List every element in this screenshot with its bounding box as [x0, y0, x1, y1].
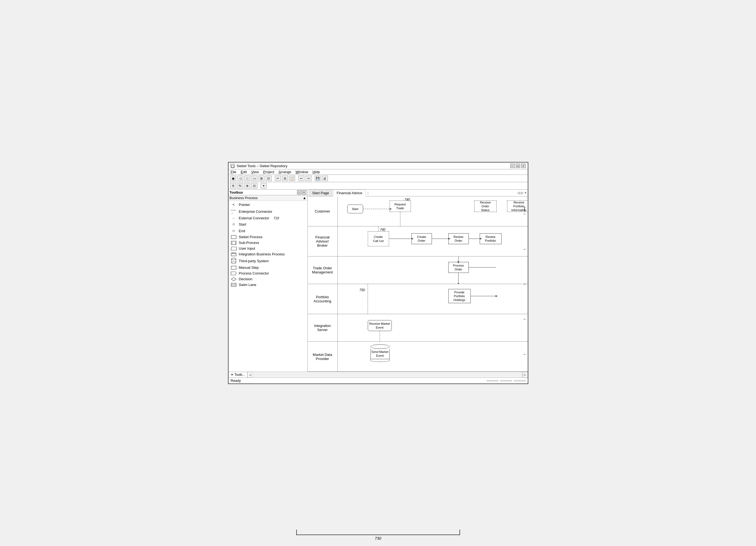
svg-rect-0: [231, 235, 236, 239]
tb-r2-btn[interactable]: %: [237, 183, 243, 188]
lane-broker-content: 740 CreateCall List CreateOrder ReviewOr…: [338, 226, 528, 256]
toolbox-item-external-connector-label: External Connector: [239, 216, 269, 220]
tb-r1-btn[interactable]: ④: [230, 183, 236, 188]
minimize-button[interactable]: ─: [510, 164, 515, 168]
label-740-broker: 740: [380, 228, 386, 231]
pointer-icon: ↖: [231, 203, 237, 207]
toolbox-item-user-input[interactable]: User Input: [229, 245, 307, 251]
toolbox-item-siebel-process-label: Siebel Process: [239, 235, 263, 239]
toolbox-item-sub-process[interactable]: Sub-Process: [229, 240, 307, 245]
external-connector-icon: - -: [231, 216, 237, 219]
tb-cut-btn[interactable]: ✂: [275, 176, 281, 181]
bottom-scroll-area[interactable]: [253, 373, 522, 377]
review-portfolio-box[interactable]: ReviewPortfolio: [480, 233, 502, 244]
toolbox-title: Toolbox: [230, 190, 243, 194]
status-bar: Ready: [229, 378, 528, 384]
tab-bar: Start Page Financial Advice | ◁ ▷ ×: [308, 189, 528, 196]
title-bar: ▢ Siebel Tools – Siebel Repository ─ ▭ ×: [229, 162, 528, 169]
main-area: Toolbox □ × Business Process ▲ ↖ Pointer…: [229, 189, 528, 372]
toolbox-close-btn[interactable]: ×: [302, 190, 306, 194]
scroll-left-btn[interactable]: ◁: [247, 372, 253, 378]
tb-grid2-btn[interactable]: ⊡: [266, 176, 272, 181]
menu-edit[interactable]: Edit: [241, 170, 247, 174]
tb-r3-btn[interactable]: ⊕: [244, 183, 250, 188]
end-icon: ○: [231, 228, 237, 233]
toolbox-pin-btn[interactable]: □: [297, 190, 301, 194]
right-scroll-arrows: ← ← ← ← ←: [522, 196, 528, 372]
toolbox-item-start[interactable]: ○ Start: [229, 221, 307, 227]
right-arrow-5: ←: [523, 352, 527, 357]
tb-redo-btn[interactable]: ↪: [306, 176, 312, 181]
toolbox-category: Business Process ▲: [229, 195, 307, 201]
review-order-box[interactable]: ReviewOrder: [448, 233, 469, 244]
tb-paste-btn[interactable]: 📋: [289, 176, 295, 181]
tb-back-btn[interactable]: ◁: [237, 176, 243, 181]
toolbox-item-decision[interactable]: Decision: [229, 276, 307, 282]
right-arrow-3: ←: [523, 282, 527, 286]
third-party-system-icon: [231, 258, 237, 264]
toolbox-tab-icon: ✳: [231, 373, 233, 377]
tab-nav: ◁ ▷ ×: [517, 191, 526, 195]
maximize-button[interactable]: ▭: [516, 164, 520, 168]
toolbox-item-manual-step[interactable]: Manual Step: [229, 265, 307, 270]
toolbox-item-manual-step-label: Manual Step: [239, 265, 259, 269]
start-box[interactable]: Start: [347, 204, 363, 213]
create-call-list-box[interactable]: CreateCall List: [368, 231, 389, 246]
lane-customer-label: Customer: [308, 196, 338, 226]
tb-print-btn[interactable]: 🖨: [322, 176, 328, 181]
toolbox-panel: Toolbox □ × Business Process ▲ ↖ Pointer…: [229, 189, 308, 372]
tb-new-btn[interactable]: ▣: [230, 176, 236, 181]
svg-rect-11: [231, 266, 236, 269]
receive-order-status-box[interactable]: ReceiveOrderStatus: [474, 200, 497, 212]
tb-rect-btn[interactable]: □: [244, 176, 250, 181]
tb-undo-btn[interactable]: ↩: [298, 176, 304, 181]
menu-window[interactable]: Window: [296, 170, 308, 174]
request-trade-box[interactable]: RequestTrade: [390, 200, 411, 212]
decision-icon: [231, 277, 237, 281]
bottom-bar: ✳ Toolb... ◁ ▷: [229, 372, 528, 378]
tb-r5-btn[interactable]: ▾: [261, 183, 267, 188]
create-order-box[interactable]: CreateOrder: [411, 233, 432, 244]
process-connector-icon: [231, 271, 237, 275]
integration-business-process-icon: [231, 252, 237, 256]
toolbox-item-process-connector[interactable]: Process Connector: [229, 270, 307, 276]
menu-arrange[interactable]: Arrange: [278, 170, 291, 174]
menu-view[interactable]: View: [251, 170, 259, 174]
tab-start-page[interactable]: Start Page: [309, 189, 333, 196]
tb-grid-btn[interactable]: ⊞: [259, 176, 265, 181]
toolbox-item-third-party-system[interactable]: Third-party System: [229, 257, 307, 265]
receive-market-event-box[interactable]: Receive MarketEvent: [368, 320, 392, 331]
tab-financial-advice[interactable]: Financial Advice: [333, 189, 366, 196]
scroll-right-btn[interactable]: ▷: [523, 372, 528, 378]
label-730: 730: [375, 536, 381, 541]
toolbox-item-siebel-process[interactable]: Siebel Process: [229, 234, 307, 240]
tb-rect2-btn[interactable]: ▭: [251, 176, 257, 181]
menu-file[interactable]: File: [231, 170, 236, 174]
toolbox-item-enterprise-connector[interactable]: ——→ Enterprise Connector: [229, 207, 307, 215]
toolbar-1: ▣ ◁ □ ▭ ⊞ ⊡ ✂ ⧉ 📋 ↩ ↪ 💾 🖨: [229, 175, 528, 182]
tb-copy-btn[interactable]: ⧉: [282, 176, 288, 181]
start-icon: ○: [231, 222, 237, 227]
toolbox-item-pointer[interactable]: ↖ Pointer: [229, 202, 307, 207]
tab-close-btn[interactable]: ×: [524, 191, 526, 195]
toolbox-item-enterprise-connector-label: Enterprise Connector: [239, 209, 272, 213]
toolbox-item-integration-business-process[interactable]: Integration Business Process: [229, 251, 307, 257]
send-market-event-cylinder[interactable]: Send MarketEvent: [370, 345, 390, 362]
right-arrow-2: ←: [523, 247, 527, 251]
menu-project[interactable]: Project: [263, 170, 274, 174]
toolbox-item-swim-lane[interactable]: Swim Lane: [229, 282, 307, 288]
tb-r4-btn[interactable]: ⊡: [251, 183, 257, 188]
menu-help[interactable]: Help: [313, 170, 320, 174]
customer-arrows: [338, 196, 528, 226]
close-button[interactable]: ×: [521, 164, 526, 168]
process-order-box[interactable]: ProcessOrder: [448, 262, 469, 273]
provide-portfolio-box[interactable]: ProvidePortfolioHoldings: [448, 289, 471, 303]
tab-next-btn[interactable]: ▷: [521, 191, 523, 195]
toolbox-tab[interactable]: ✳ Toolb...: [229, 372, 248, 378]
toolbox-item-external-connector[interactable]: - - External Connector 710: [229, 215, 307, 221]
toolbox-category-label: Business Process: [230, 196, 258, 200]
label-750-portfolio: 750: [360, 288, 365, 292]
tab-prev-btn[interactable]: ◁: [517, 191, 520, 195]
toolbox-item-end[interactable]: ○ End: [229, 227, 307, 234]
tb-save-btn[interactable]: 💾: [315, 176, 321, 181]
